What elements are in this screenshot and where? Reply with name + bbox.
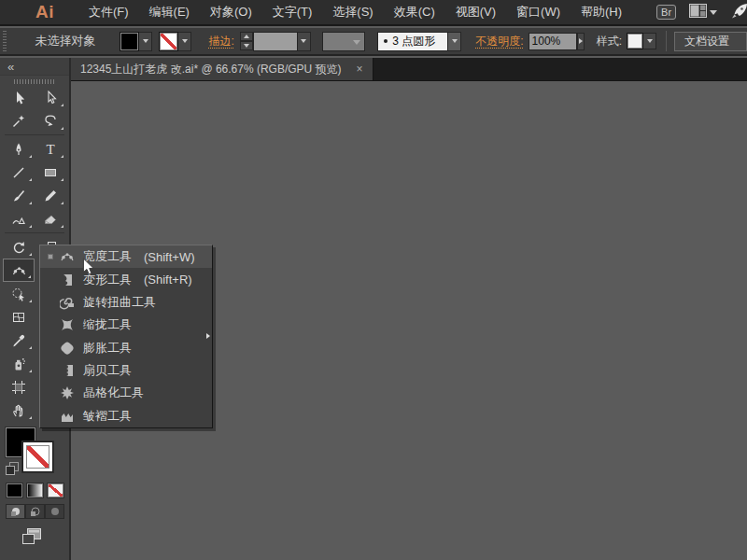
- paintbrush-tool[interactable]: [3, 184, 35, 207]
- stroke-panel-link[interactable]: 描边:: [208, 34, 233, 49]
- default-fill-stroke-button[interactable]: [6, 462, 19, 479]
- document-setup-button[interactable]: 文档设置: [674, 32, 747, 51]
- opacity-panel-link[interactable]: 不透明度:: [475, 34, 523, 49]
- flyout-item-crystallize-tool[interactable]: 晶格化工具: [40, 382, 212, 404]
- screen-mode-button[interactable]: [21, 527, 69, 550]
- brush-dropdown-button[interactable]: [448, 32, 461, 51]
- type-tool[interactable]: T: [35, 137, 66, 161]
- flyout-item-wrinkle-tool[interactable]: 皱褶工具: [40, 405, 212, 427]
- color-button[interactable]: [7, 483, 22, 497]
- menu-view[interactable]: 视图(V): [445, 4, 506, 21]
- eyedropper-tool[interactable]: [3, 329, 35, 352]
- flyout-item-pucker-tool[interactable]: 缩拢工具: [40, 314, 212, 336]
- collapse-panel-button[interactable]: «: [7, 61, 14, 73]
- paint-type-buttons: [7, 483, 69, 497]
- pen-tool-icon: [11, 142, 26, 157]
- fill-color-dropdown-button[interactable]: [139, 32, 152, 51]
- width-profile-dropdown[interactable]: [322, 32, 365, 51]
- flyout-item-scallop-tool[interactable]: 扇贝工具: [40, 359, 212, 382]
- flyout-item-twirl-tool[interactable]: 旋转扭曲工具: [40, 291, 212, 314]
- paintbrush-icon: [11, 189, 26, 203]
- brush-definition-field[interactable]: 3 点圆形: [377, 32, 448, 51]
- crystallize-tool-icon: [58, 385, 77, 401]
- width-tool-icon: [11, 263, 27, 278]
- stroke-weight-up-button[interactable]: [240, 32, 253, 41]
- shape-builder-icon: [11, 287, 26, 301]
- draw-behind-button[interactable]: [25, 504, 45, 519]
- shape-builder-tool[interactable]: [3, 282, 35, 305]
- line-segment-tool[interactable]: [3, 161, 35, 184]
- hand-tool-icon: [11, 403, 26, 418]
- artboard-tool[interactable]: [3, 375, 35, 399]
- menu-edit[interactable]: 编辑(E): [139, 4, 200, 21]
- none-button[interactable]: [48, 483, 63, 497]
- tools-panel-header: «: [0, 58, 69, 76]
- illustrator-logo: Ai: [35, 2, 54, 22]
- stroke-weight-down-button[interactable]: [240, 41, 253, 50]
- tab-close-icon[interactable]: ×: [357, 63, 363, 76]
- stroke-weight-stepper: [240, 32, 253, 50]
- gradient-button[interactable]: [27, 483, 43, 497]
- draw-normal-button[interactable]: [6, 504, 25, 519]
- workspace-switcher-button[interactable]: [689, 4, 717, 21]
- eraser-tool[interactable]: [35, 207, 66, 231]
- flyout-tearoff-arrow-icon[interactable]: [206, 333, 210, 339]
- pencil-tool[interactable]: [35, 184, 66, 207]
- opacity-dropdown-button[interactable]: [577, 33, 585, 50]
- twirl-tool-icon: [58, 294, 77, 310]
- tool-group-divider: [5, 134, 64, 135]
- tools-panel-grip[interactable]: [14, 79, 55, 84]
- brush-preview-dot-icon: [384, 39, 388, 43]
- shaper-tool[interactable]: [3, 207, 35, 231]
- width-tool[interactable]: [3, 259, 35, 282]
- stroke-color-dropdown-button[interactable]: [178, 32, 191, 51]
- mesh-tool[interactable]: [3, 305, 35, 329]
- menu-select[interactable]: 选择(S): [322, 4, 383, 21]
- chevron-down-icon: [647, 39, 653, 43]
- pen-tool[interactable]: [3, 137, 35, 161]
- flyout-item-width-tool[interactable]: 宽度工具 (Shift+W): [40, 245, 212, 268]
- flyout-item-bloat-tool[interactable]: 膨胀工具: [40, 337, 212, 359]
- menu-type[interactable]: 文字(T): [262, 4, 323, 21]
- menu-bar: Ai 文件(F) 编辑(E) 对象(O) 文字(T) 选择(S) 效果(C) 视…: [0, 0, 747, 26]
- stroke-weight-field[interactable]: [253, 32, 298, 51]
- stroke-none-swatch[interactable]: [159, 32, 178, 51]
- rectangle-tool[interactable]: [35, 161, 66, 184]
- document-tab-title: 12345上山打老虎 改.ai* @ 66.67% (RGB/GPU 预览): [80, 62, 342, 77]
- lasso-tool[interactable]: [35, 109, 66, 133]
- menu-file[interactable]: 文件(F): [78, 4, 139, 21]
- magic-wand-tool[interactable]: [3, 109, 35, 133]
- selection-tool[interactable]: [3, 86, 35, 109]
- panel-grip[interactable]: [3, 31, 7, 51]
- stroke-proxy-swatch[interactable]: [22, 441, 53, 472]
- chevron-down-icon: [353, 40, 360, 45]
- shaper-tool-icon: [11, 212, 26, 227]
- chevron-down-icon: [452, 39, 458, 43]
- draw-inside-button[interactable]: [45, 504, 64, 519]
- width-tool-icon: [58, 249, 77, 265]
- rotate-tool[interactable]: [3, 235, 35, 259]
- fill-color-swatch[interactable]: [120, 32, 139, 51]
- document-tab[interactable]: 12345上山打老虎 改.ai* @ 66.67% (RGB/GPU 预览) ×: [71, 58, 374, 80]
- bridge-button[interactable]: Br: [656, 5, 676, 20]
- menu-effect[interactable]: 效果(C): [384, 4, 445, 21]
- style-swatch[interactable]: [627, 33, 643, 49]
- stroke-weight-combo: [253, 32, 311, 51]
- hand-tool[interactable]: [3, 399, 35, 422]
- opacity-input[interactable]: [529, 33, 577, 50]
- menu-object[interactable]: 对象(O): [200, 4, 262, 21]
- gpu-performance-rocket-icon[interactable]: [730, 3, 747, 22]
- flyout-item-shortcut: (Shift+R): [144, 273, 192, 287]
- flyout-item-warp-tool[interactable]: 变形工具 (Shift+R): [40, 268, 212, 290]
- menu-help[interactable]: 帮助(H): [571, 4, 632, 21]
- style-dropdown-button[interactable]: [643, 33, 656, 49]
- selection-status: 未选择对象: [35, 33, 95, 49]
- direct-selection-tool[interactable]: [35, 86, 66, 109]
- symbol-sprayer-tool[interactable]: [3, 352, 35, 375]
- menu-window[interactable]: 窗口(W): [506, 4, 571, 21]
- pucker-tool-icon: [58, 317, 77, 333]
- flyout-item-shortcut: (Shift+W): [144, 250, 195, 264]
- stroke-weight-dropdown-button[interactable]: [298, 32, 311, 51]
- right-arrow-icon: [579, 38, 583, 44]
- fill-color-group: [120, 32, 152, 51]
